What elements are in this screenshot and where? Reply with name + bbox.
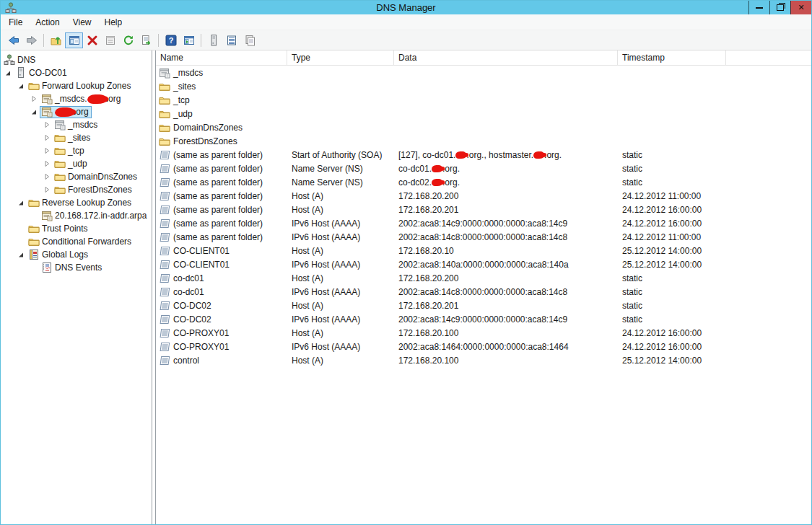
collapse-arrow-icon[interactable] — [2, 67, 14, 79]
restore-button[interactable] — [769, 1, 790, 14]
expand-arrow-icon[interactable] — [41, 158, 53, 169]
tree-item-domaindnszones[interactable]: DomainDnsZones — [1, 170, 152, 183]
back-button[interactable] — [4, 32, 22, 48]
menu-view[interactable]: View — [66, 15, 98, 30]
table-row-sites[interactable]: _sites — [156, 79, 811, 93]
cell-data: 172.168.20.10 — [394, 246, 618, 256]
table-row-co-proxy01-host-a[interactable]: CO-PROXY01Host (A)172.168.20.10024.12.20… — [156, 326, 811, 340]
up-one-level-button[interactable] — [47, 32, 65, 48]
tree-arrow-spacer — [28, 262, 40, 273]
table-row-tcp[interactable]: _tcp — [156, 93, 811, 107]
expand-arrow-icon[interactable] — [41, 145, 53, 156]
tree-item-dns[interactable]: DNS — [1, 53, 152, 66]
tree-item-forward-lookup-zones[interactable]: Forward Lookup Zones — [1, 79, 152, 92]
table-row-domaindnszones[interactable]: DomainDnsZones — [156, 120, 811, 134]
tree-item-conditional-forwarders[interactable]: Conditional Forwarders — [1, 235, 152, 248]
delete-button[interactable] — [83, 32, 101, 48]
folder-icon — [27, 223, 40, 234]
table-row-co-proxy01-ipv6-host-aaaa[interactable]: CO-PROXY01IPv6 Host (AAAA)2002:aca8:1464… — [156, 340, 811, 353]
cell-name: _sites — [156, 81, 287, 92]
close-button[interactable]: ✕ — [790, 1, 811, 14]
tree-item-tcp[interactable]: _tcp — [1, 144, 152, 157]
collapse-arrow-icon[interactable] — [15, 80, 27, 92]
tree-item-label: DNS Events — [55, 262, 102, 273]
window-title: DNS Manager — [1, 2, 811, 13]
table-row-co-client01-host-a[interactable]: CO-CLIENT01Host (A)172.168.20.1025.12.20… — [156, 244, 811, 257]
forward-button[interactable] — [22, 32, 40, 48]
refresh-button[interactable] — [119, 32, 137, 48]
table-row-same-as-parent-folder-start-of-authority-soa[interactable]: (same as parent folder)Start of Authorit… — [156, 148, 811, 162]
properties-button[interactable] — [101, 32, 119, 48]
table-row-same-as-parent-folder-host-a[interactable]: (same as parent folder)Host (A)172.168.2… — [156, 203, 811, 216]
folder-icon — [27, 197, 40, 208]
tree-item-udp[interactable]: _udp — [1, 157, 152, 170]
table-row-udp[interactable]: _udp — [156, 107, 811, 120]
table-row-msdcs[interactable]: _msdcs — [156, 66, 811, 79]
export-list-button[interactable] — [137, 32, 155, 48]
records-list-tool-button[interactable] — [222, 32, 240, 48]
tree-item-dns-events[interactable]: DNS Events — [1, 261, 152, 274]
export-list-icon — [141, 35, 152, 46]
column-header-timestamp[interactable]: Timestamp — [618, 50, 726, 65]
expand-arrow-icon[interactable] — [41, 184, 53, 195]
redaction-scribble — [432, 165, 442, 172]
tree-item-msdcs[interactable]: _msdcs — [1, 118, 152, 131]
table-row-forestdnszones[interactable]: ForestDnsZones — [156, 134, 811, 148]
table-row-same-as-parent-folder-ipv6-host-aaaa[interactable]: (same as parent folder)IPv6 Host (AAAA)2… — [156, 230, 811, 244]
show-console-tree-button[interactable] — [65, 32, 83, 48]
tree-node-box: .org — [40, 106, 92, 118]
table-row-co-dc01-ipv6-host-aaaa[interactable]: co-dc01IPv6 Host (AAAA)2002:aca8:14c8:00… — [156, 285, 811, 299]
tree-item-forestdnszones[interactable]: ForestDnsZones — [1, 183, 152, 196]
help-button[interactable]: ? — [162, 32, 180, 48]
tree-item-label: _msdcs — [68, 120, 97, 130]
cell-data: 2002:aca8:1464:0000:0000:0000:aca8:1464 — [394, 342, 618, 352]
clipboard-tool-button[interactable] — [240, 32, 258, 48]
new-window-button[interactable] — [180, 32, 198, 48]
tree-item-org[interactable]: .org — [1, 105, 152, 118]
menu-help[interactable]: Help — [98, 15, 129, 30]
record-name: CO-CLIENT01 — [173, 260, 230, 270]
table-row-same-as-parent-folder-host-a[interactable]: (same as parent folder)Host (A)172.168.2… — [156, 189, 811, 203]
tree-item-sites[interactable]: _sites — [1, 131, 152, 144]
cell-type: Host (A) — [287, 328, 394, 338]
table-row-co-dc01-host-a[interactable]: co-dc01Host (A)172.168.20.200static — [156, 271, 811, 285]
table-row-same-as-parent-folder-name-server-ns[interactable]: (same as parent folder)Name Server (NS)c… — [156, 175, 811, 189]
cell-timestamp: 25.12.2012 14:00:00 — [618, 356, 726, 366]
tree-node-box: DNS Events — [40, 262, 105, 274]
tree-item-co-dc01[interactable]: CO-DC01 — [1, 66, 152, 79]
collapse-arrow-icon[interactable] — [15, 249, 27, 260]
cell-data: 172.168.20.100 — [394, 356, 618, 366]
table-row-control-host-a[interactable]: controlHost (A)172.168.20.10025.12.2012 … — [156, 353, 811, 367]
global-logs-icon — [27, 249, 40, 260]
folder-icon — [159, 122, 170, 133]
expand-arrow-icon[interactable] — [41, 132, 53, 144]
collapse-arrow-icon[interactable] — [28, 106, 40, 118]
table-row-same-as-parent-folder-ipv6-host-aaaa[interactable]: (same as parent folder)IPv6 Host (AAAA)2… — [156, 216, 811, 230]
column-header-type[interactable]: Type — [287, 50, 394, 65]
tree-item-global-logs[interactable]: Global Logs — [1, 248, 152, 261]
tree-item-label: Trust Points — [42, 224, 88, 234]
table-row-co-dc02-ipv6-host-aaaa[interactable]: CO-DC02IPv6 Host (AAAA)2002:aca8:14c9:00… — [156, 312, 811, 326]
table-row-co-client01-ipv6-host-aaaa[interactable]: CO-CLIENT01IPv6 Host (AAAA)2002:aca8:140… — [156, 257, 811, 271]
column-header-data[interactable]: Data — [394, 50, 618, 65]
expand-arrow-icon[interactable] — [41, 171, 53, 182]
table-row-same-as-parent-folder-name-server-ns[interactable]: (same as parent folder)Name Server (NS)c… — [156, 162, 811, 175]
server-tool-button[interactable] — [204, 32, 222, 48]
tree-item-reverse-lookup-zones[interactable]: Reverse Lookup Zones — [1, 196, 152, 209]
tree-item-msdcs-org[interactable]: _msdcs..org — [1, 92, 152, 105]
expand-arrow-icon[interactable] — [28, 93, 40, 105]
column-header-name[interactable]: Name — [156, 50, 287, 65]
cell-timestamp: static — [618, 314, 726, 325]
menu-action[interactable]: Action — [29, 15, 66, 30]
cell-type: Name Server (NS) — [287, 177, 394, 188]
results-pane: NameTypeDataTimestamp _msdcs_sites_tcp_u… — [155, 50, 811, 525]
table-row-co-dc02-host-a[interactable]: CO-DC02Host (A)172.168.20.201static — [156, 299, 811, 312]
record-icon — [159, 190, 170, 202]
record-icon — [159, 341, 170, 353]
tree-item-20-168-172-in-addr-arpa[interactable]: 20.168.172.in-addr.arpa — [1, 209, 152, 222]
collapse-arrow-icon[interactable] — [15, 197, 27, 208]
minimize-button[interactable] — [748, 1, 769, 14]
tree-item-trust-points[interactable]: Trust Points — [1, 222, 152, 235]
menu-file[interactable]: File — [2, 15, 29, 30]
expand-arrow-icon[interactable] — [41, 119, 53, 131]
